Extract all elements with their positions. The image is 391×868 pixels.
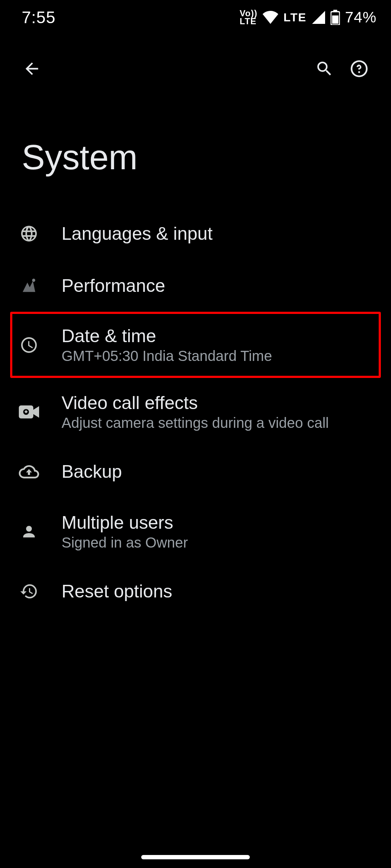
status-bar: 7:55 Vo)) LTE LTE 74%	[0, 0, 391, 35]
row-label: Languages & input	[62, 223, 373, 244]
video-settings-icon	[19, 404, 39, 420]
status-time: 7:55	[22, 8, 56, 27]
clock-icon	[20, 336, 38, 354]
row-reset-options[interactable]: Reset options	[0, 565, 391, 617]
arrow-back-icon	[22, 59, 41, 78]
help-icon	[349, 59, 369, 79]
performance-icon	[20, 276, 38, 295]
signal-icon	[312, 11, 325, 24]
gesture-nav-bar[interactable]	[141, 855, 250, 859]
row-multiple-users[interactable]: Multiple users Signed in as Owner	[0, 498, 391, 565]
app-bar	[0, 47, 391, 90]
row-video-call-effects[interactable]: Video call effects Adjust camera setting…	[0, 378, 391, 446]
settings-list: Languages & input Performance Date & tim…	[0, 208, 391, 617]
search-icon	[315, 59, 334, 78]
history-icon	[20, 582, 38, 601]
svg-point-3	[32, 279, 35, 282]
person-icon	[20, 523, 38, 540]
globe-icon	[20, 224, 38, 243]
row-date-time[interactable]: Date & time GMT+05:30 India Standard Tim…	[10, 312, 381, 378]
row-subtitle: Adjust camera settings during a video ca…	[62, 415, 373, 431]
wifi-icon	[262, 11, 278, 24]
row-label: Performance	[62, 275, 373, 296]
row-performance[interactable]: Performance	[0, 260, 391, 312]
volte-icon: Vo)) LTE	[240, 9, 257, 25]
row-label: Reset options	[62, 581, 373, 602]
page-title: System	[22, 137, 138, 177]
row-label: Video call effects	[62, 392, 373, 413]
back-button[interactable]	[14, 51, 49, 86]
row-languages-input[interactable]: Languages & input	[0, 208, 391, 260]
row-label: Backup	[62, 461, 373, 482]
battery-percent: 74%	[345, 9, 377, 26]
row-label: Date & time	[62, 326, 373, 346]
search-button[interactable]	[307, 51, 342, 86]
row-subtitle: Signed in as Owner	[62, 535, 373, 551]
status-right: Vo)) LTE LTE 74%	[240, 9, 377, 26]
battery-icon	[331, 10, 340, 25]
row-label: Multiple users	[62, 512, 373, 533]
svg-rect-2	[332, 16, 339, 24]
help-button[interactable]	[342, 51, 377, 86]
cloud-upload-icon	[19, 464, 39, 480]
network-type-label: LTE	[283, 11, 307, 24]
row-subtitle: GMT+05:30 India Standard Time	[62, 348, 373, 364]
row-backup[interactable]: Backup	[0, 446, 391, 498]
